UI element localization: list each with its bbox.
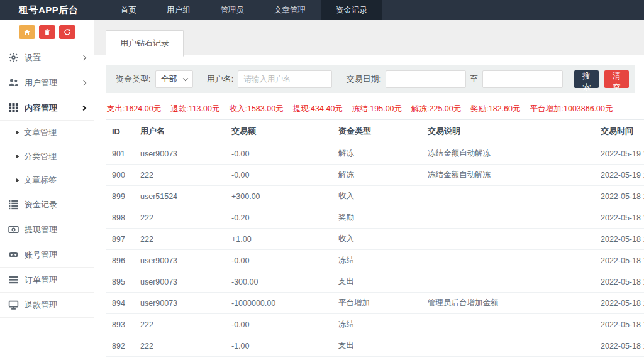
summary-item: 解冻:225.00元	[411, 104, 461, 114]
chevron-right-icon	[81, 55, 86, 60]
nav-item-article-management[interactable]: 文章管理	[259, 0, 321, 20]
chevron-down-icon	[183, 75, 188, 80]
sidebar-item-settings[interactable]: 设置	[0, 45, 94, 70]
sidebar-item-category-management[interactable]: 分类管理	[0, 144, 94, 168]
sidebar: 设置用户管理内容管理文章管理分类管理文章标签资金记录提现管理账号管理订单管理退款…	[0, 20, 94, 358]
table-header-row: ID用户名交易额资金类型交易说明交易时间	[106, 120, 644, 143]
sidebar-item-label: 退款管理	[25, 300, 57, 311]
sidebar-item-withdrawal-management[interactable]: 提现管理	[0, 217, 94, 242]
column-header-fund-type: 资金类型	[332, 120, 421, 143]
menu-icon	[8, 274, 19, 285]
table-row: 893222-0.00冻结2022-05-18 14:13	[106, 314, 644, 335]
tab-bar: 用户钻石记录	[94, 20, 644, 55]
column-header-amount: 交易额	[225, 120, 332, 143]
cell-time: 2022-05-18 14:18	[594, 250, 644, 271]
sidebar-item-label: 用户管理	[25, 77, 57, 89]
cell-username: user90073	[134, 143, 225, 165]
nav-item-user-groups[interactable]: 用户组	[152, 0, 206, 20]
cell-description	[421, 186, 594, 207]
cell-fund-type: 收入	[332, 186, 421, 207]
sidebar-item-label: 资金记录	[25, 199, 57, 210]
sidebar-item-label: 订单管理	[25, 274, 57, 286]
date-start-input[interactable]	[386, 70, 466, 88]
banknote-icon	[8, 224, 19, 235]
top-nav: 首页用户组管理员文章管理资金记录	[106, 0, 382, 20]
sidebar-item-order-management[interactable]: 订单管理	[0, 268, 94, 293]
sidebar-item-article-tags[interactable]: 文章标签	[0, 168, 94, 192]
sidebar-item-label: 文章标签	[24, 175, 57, 186]
table-row: 901user90073-0.00解冻冻结金额自动解冻2022-05-19 18…	[106, 143, 644, 165]
sidebar-item-label: 账号管理	[25, 249, 57, 261]
nav-item-home[interactable]: 首页	[106, 0, 152, 20]
sidebar-item-label: 设置	[25, 52, 41, 63]
summary-item: 提现:434.40元	[293, 104, 343, 114]
cell-description: 管理员后台增加金额	[421, 293, 594, 314]
date-label: 交易日期:	[346, 73, 381, 85]
cell-description	[421, 229, 594, 250]
table-row: 894user90073-1000000.00平台增加管理员后台增加金额2022…	[106, 293, 644, 314]
cell-id: 901	[106, 143, 134, 165]
caret-right-icon	[16, 155, 19, 158]
cell-id: 898	[106, 207, 134, 229]
cell-fund-type: 奖励	[332, 207, 421, 229]
fund-type-select[interactable]: 全部	[155, 70, 193, 88]
sidebar-item-content-management[interactable]: 内容管理	[0, 95, 94, 121]
sidebar-item-label: 文章管理	[24, 127, 57, 138]
monitor-icon	[8, 300, 19, 310]
home-button[interactable]	[19, 25, 35, 39]
cell-username: 222	[134, 229, 225, 250]
sidebar-item-account-management[interactable]: 账号管理	[0, 242, 94, 268]
username-input[interactable]	[238, 70, 332, 88]
nav-item-fund-records[interactable]: 资金记录	[321, 0, 382, 20]
cell-description: 冻结金额自动解冻	[421, 165, 594, 186]
home-icon	[23, 28, 31, 36]
summary-item: 奖励:182.60元	[470, 104, 520, 114]
table-row: 895user90073-300.00支出2022-05-18 14:18	[106, 271, 644, 293]
tab-user-diamond-records[interactable]: 用户钻石记录	[106, 30, 184, 57]
cell-id: 896	[106, 250, 134, 271]
refresh-icon	[64, 28, 71, 36]
cell-username: user90073	[134, 293, 225, 314]
gear-icon	[8, 52, 19, 63]
cell-fund-type: 平台增加	[332, 293, 421, 314]
column-header-id: ID	[106, 120, 134, 143]
search-button[interactable]: 搜索	[574, 70, 599, 88]
summary-item: 收入:1583.00元	[229, 104, 283, 114]
cell-amount: -0.00	[225, 250, 332, 271]
filter-bar: 资金类型: 全部 用户名: 交易日期: 至 搜索 清空	[106, 65, 635, 93]
date-end-input[interactable]	[482, 70, 563, 88]
chevron-right-icon	[81, 80, 86, 85]
cell-amount: -1000000.00	[225, 293, 332, 314]
grid-icon	[8, 102, 19, 113]
cell-time: 2022-05-18 17:06	[594, 207, 644, 229]
cell-username: user90073	[134, 250, 225, 271]
cell-fund-type: 收入	[332, 229, 421, 250]
records-table: ID用户名交易额资金类型交易说明交易时间 901user90073-0.00解冻…	[106, 119, 644, 358]
username-label: 用户名:	[207, 73, 234, 85]
table-row: 900222-0.00解冻冻结金额自动解冻2022-05-19 17:57	[106, 165, 644, 186]
clear-cache-button[interactable]	[39, 25, 55, 39]
clear-button[interactable]: 清空	[604, 70, 629, 88]
summary-item: 冻结:195.00元	[352, 104, 402, 114]
main-content: 用户钻石记录 资金类型: 全部 用户名: 交易日期: 至 搜索 清空 支出:16…	[94, 20, 644, 358]
gamepad-icon	[8, 249, 19, 260]
top-navbar: 租号APP后台 首页用户组管理员文章管理资金记录	[0, 0, 644, 20]
nav-item-admins[interactable]: 管理员	[206, 0, 260, 20]
refresh-button[interactable]	[59, 25, 75, 39]
sidebar-item-refund-management[interactable]: 退款管理	[0, 293, 94, 318]
trash-icon	[43, 28, 51, 36]
sidebar-item-user-management[interactable]: 用户管理	[0, 70, 94, 95]
cell-username: 222	[134, 314, 225, 335]
table-row: 892222-1.00支出2022-05-18 14:13	[106, 335, 644, 357]
summary-item: 平台增加:1003866.00元	[530, 104, 613, 114]
cell-fund-type: 支出	[332, 271, 421, 293]
cell-description	[421, 207, 594, 229]
sidebar-item-fund-records[interactable]: 资金记录	[0, 192, 94, 217]
cell-id: 900	[106, 165, 134, 186]
sidebar-item-label: 分类管理	[24, 151, 57, 162]
cell-username: 222	[134, 207, 225, 229]
sidebar-item-article-management[interactable]: 文章管理	[0, 121, 94, 144]
date-to-label: 至	[470, 73, 478, 85]
table-row: 899user51524+300.00收入2022-05-18 18:10	[106, 186, 644, 207]
cell-id: 894	[106, 293, 134, 314]
